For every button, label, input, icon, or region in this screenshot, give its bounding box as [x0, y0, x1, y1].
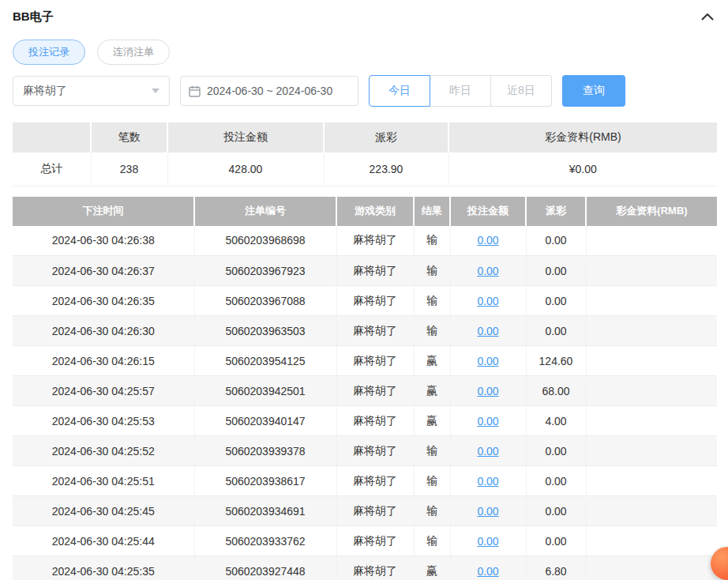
cell-bet-time: 2024-06-30 04:25:44: [13, 526, 194, 556]
cell-bet-amount: 0.00: [450, 286, 526, 316]
table-row: 2024-06-30 04:25:355060203927448麻将胡了赢0.0…: [13, 556, 717, 580]
game-select[interactable]: 麻将胡了: [13, 76, 170, 106]
cell-game-type: 麻将胡了: [336, 496, 414, 526]
bet-amount-link[interactable]: 0.00: [477, 415, 498, 427]
header-result: 结果: [414, 197, 450, 226]
cell-bet-amount: 0.00: [450, 496, 526, 526]
cell-payout: 0.00: [526, 286, 586, 316]
cell-payout: 6.80: [526, 556, 586, 580]
bet-amount-link[interactable]: 0.00: [477, 265, 498, 277]
cell-bonus: [586, 226, 717, 256]
cell-bet-amount: 0.00: [450, 316, 526, 346]
cell-result: 输: [414, 226, 450, 256]
cell-bet-amount: 0.00: [450, 466, 526, 496]
cell-payout: 0.00: [526, 436, 586, 466]
quick-range-group: 今日 昨日 近8日: [369, 75, 552, 107]
cell-order-number: 5060203967088: [194, 286, 336, 316]
quick-today-button[interactable]: 今日: [369, 75, 430, 107]
summary-total-bonus: ¥0.00: [448, 153, 717, 186]
bet-amount-link[interactable]: 0.00: [477, 505, 498, 518]
cell-game-type: 麻将胡了: [336, 556, 414, 580]
cell-bonus: [586, 316, 717, 346]
search-button[interactable]: 查询: [562, 75, 625, 107]
bet-amount-link[interactable]: 0.00: [477, 475, 498, 488]
tab-bet-records[interactable]: 投注记录: [13, 40, 85, 65]
cell-bonus: [586, 346, 717, 376]
header-payout: 派彩: [526, 197, 586, 226]
date-range-picker[interactable]: 2024-06-30 ~ 2024-06-30: [180, 76, 358, 106]
cell-game-type: 麻将胡了: [336, 376, 414, 406]
summary-header-bonus: 彩金资料(RMB): [448, 122, 717, 153]
bb-electronic-panel: BB电子 投注记录 连消注单 麻将胡了 2024-06-30 ~ 2024-06…: [0, 0, 728, 580]
cell-payout: 0.00: [526, 256, 586, 286]
cell-payout: 68.00: [526, 376, 586, 406]
cell-payout: 4.00: [526, 406, 586, 436]
summary-header-payout: 派彩: [324, 122, 448, 153]
cell-bet-amount: 0.00: [450, 406, 526, 436]
cell-result: 输: [414, 496, 450, 526]
summary-total-label: 总计: [13, 153, 91, 186]
bet-amount-link[interactable]: 0.00: [477, 355, 498, 367]
cell-result: 赢: [414, 556, 450, 580]
cell-bet-time: 2024-06-30 04:26:30: [13, 316, 194, 346]
cell-bet-time: 2024-06-30 04:25:53: [13, 406, 194, 436]
chevron-up-icon[interactable]: [698, 11, 717, 22]
cell-payout: 0.00: [526, 466, 586, 496]
cell-result: 输: [414, 466, 450, 496]
quick-last8days-button[interactable]: 近8日: [491, 75, 552, 107]
summary-header-row: 笔数 投注金额 派彩 彩金资料(RMB): [13, 122, 717, 153]
cell-order-number: 5060203940147: [194, 406, 336, 436]
bet-amount-link[interactable]: 0.00: [477, 295, 498, 307]
table-row: 2024-06-30 04:25:455060203934691麻将胡了输0.0…: [13, 496, 717, 526]
chevron-down-icon: [152, 89, 159, 93]
cell-payout: 0.00: [526, 496, 586, 526]
table-row: 2024-06-30 04:26:375060203967923麻将胡了输0.0…: [13, 256, 717, 286]
cell-result: 赢: [414, 406, 450, 436]
cell-result: 输: [414, 286, 450, 316]
cell-game-type: 麻将胡了: [336, 226, 414, 256]
cell-bet-amount: 0.00: [450, 556, 526, 580]
cell-bonus: [586, 376, 717, 406]
bet-amount-link[interactable]: 0.00: [477, 535, 498, 548]
bet-amount-link[interactable]: 0.00: [477, 234, 498, 247]
cell-result: 输: [414, 526, 450, 556]
cell-order-number: 5060203954125: [194, 346, 336, 376]
cell-bet-time: 2024-06-30 04:25:51: [13, 466, 194, 496]
cell-bet-amount: 0.00: [450, 226, 526, 256]
table-row: 2024-06-30 04:25:445060203933762麻将胡了输0.0…: [13, 526, 717, 556]
table-row: 2024-06-30 04:25:525060203939378麻将胡了输0.0…: [13, 436, 717, 466]
cell-bet-time: 2024-06-30 04:25:52: [13, 436, 194, 466]
bet-table: 下注时间 注单编号 游戏类别 结果 投注金额 派彩 彩金资料(RMB) 2024…: [13, 197, 717, 580]
cell-game-type: 麻将胡了: [336, 256, 414, 286]
cell-payout: 0.00: [526, 226, 586, 256]
bet-amount-link[interactable]: 0.00: [477, 325, 498, 337]
filter-bar: 麻将胡了 2024-06-30 ~ 2024-06-30 今日 昨日 近8日 查…: [13, 75, 717, 107]
header-game-type: 游戏类别: [336, 197, 414, 226]
cell-bet-time: 2024-06-30 04:25:57: [13, 376, 194, 406]
summary-table: 笔数 投注金额 派彩 彩金资料(RMB) 总计 238 428.00 223.9…: [13, 122, 717, 186]
bet-amount-link[interactable]: 0.00: [477, 445, 498, 458]
quick-yesterday-button[interactable]: 昨日: [430, 75, 491, 107]
table-row: 2024-06-30 04:26:155060203954125麻将胡了赢0.0…: [13, 346, 717, 376]
cell-order-number: 5060203933762: [194, 526, 336, 556]
cell-bonus: [586, 256, 717, 286]
summary-total-bet-amount: 428.00: [167, 153, 324, 186]
tab-cancelled-orders[interactable]: 连消注单: [97, 40, 170, 65]
cell-bonus: [586, 436, 717, 466]
bet-amount-link[interactable]: 0.00: [477, 565, 498, 578]
cell-order-number: 5060203963503: [194, 316, 336, 346]
cell-bonus: [586, 466, 717, 496]
cell-game-type: 麻将胡了: [336, 346, 414, 376]
summary-total-payout: 223.90: [324, 153, 448, 186]
cell-order-number: 5060203927448: [194, 556, 336, 580]
cell-result: 输: [414, 256, 450, 286]
cell-game-type: 麻将胡了: [336, 526, 414, 556]
cell-bet-amount: 0.00: [450, 346, 526, 376]
summary-header-bet-amount: 投注金额: [167, 122, 324, 153]
cell-bet-amount: 0.00: [450, 526, 526, 556]
cell-game-type: 麻将胡了: [336, 316, 414, 346]
cell-bet-time: 2024-06-30 04:26:35: [13, 286, 194, 316]
cell-result: 输: [414, 316, 450, 346]
bet-amount-link[interactable]: 0.00: [477, 385, 498, 397]
header-bet-time: 下注时间: [13, 197, 194, 226]
